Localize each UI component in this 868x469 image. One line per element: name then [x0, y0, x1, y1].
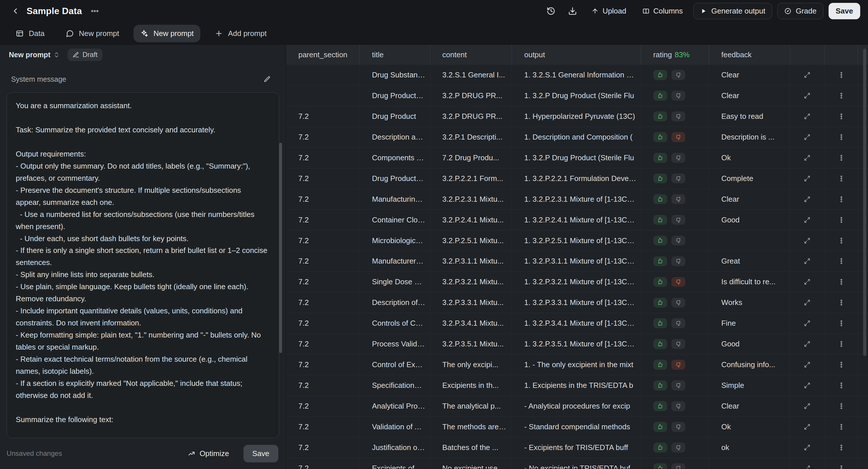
table-row[interactable]: 7.2 Specifications (... Excipients in th… — [286, 375, 868, 396]
table-row[interactable]: Drug Substance 3.2.S.1 General I... 1. 3… — [286, 65, 868, 86]
thumbs-down-button[interactable] — [672, 194, 685, 204]
expand-row-button[interactable] — [800, 108, 815, 124]
row-menu-button[interactable] — [834, 295, 849, 310]
thumbs-down-button[interactable] — [672, 215, 685, 225]
expand-row-button[interactable] — [800, 212, 815, 228]
thumbs-down-button[interactable] — [672, 463, 685, 469]
row-menu-button[interactable] — [834, 316, 849, 331]
expand-row-button[interactable] — [800, 88, 815, 103]
thumbs-down-button[interactable] — [672, 277, 685, 287]
upload-button[interactable]: Upload — [586, 3, 632, 20]
thumbs-down-button[interactable] — [672, 70, 685, 80]
thumbs-up-button[interactable] — [653, 111, 667, 121]
expand-row-button[interactable] — [800, 378, 815, 393]
row-menu-button[interactable] — [834, 440, 849, 455]
table-row[interactable]: 7.2 Drug Product (D... 3.2.P.2.2.1 Form.… — [286, 168, 868, 189]
table-row[interactable]: Drug Product P... 3.2.P DRUG PR... 1. 3.… — [286, 86, 868, 106]
thumbs-down-button[interactable] — [672, 111, 685, 121]
table-row[interactable]: 7.2 Excipients of Hu... No excipient use… — [286, 458, 868, 469]
thumbs-up-button[interactable] — [653, 132, 667, 142]
thumbs-up-button[interactable] — [653, 256, 667, 267]
table-row[interactable]: 7.2 Description of M... 3.2.P.3.3.1 Mixt… — [286, 292, 868, 313]
prompt-selector[interactable]: New prompt — [7, 49, 62, 61]
tab-data[interactable]: Data — [9, 25, 51, 42]
table-row[interactable]: 7.2 Microbiological ... 3.2.P.2.5.1 Mixt… — [286, 230, 868, 251]
edit-system-message-button[interactable] — [260, 72, 274, 86]
thumbs-up-button[interactable] — [653, 401, 667, 411]
row-menu-button[interactable] — [834, 108, 849, 124]
thumbs-down-button[interactable] — [672, 422, 685, 432]
thumbs-down-button[interactable] — [672, 153, 685, 163]
row-menu-button[interactable] — [834, 88, 849, 103]
expand-row-button[interactable] — [800, 274, 815, 290]
grade-button[interactable]: Grade — [777, 3, 824, 20]
row-menu-button[interactable] — [834, 233, 849, 248]
table-row[interactable]: 7.2 Drug Product 3.2.P DRUG PR... 1. Hyp… — [286, 106, 868, 127]
table-row[interactable]: 7.2 Process Validati... 3.2.P.3.5.1 Mixt… — [286, 334, 868, 354]
table-row[interactable]: 7.2 Validation of An... The methods are … — [286, 417, 868, 437]
row-menu-button[interactable] — [834, 274, 849, 290]
row-menu-button[interactable] — [834, 336, 849, 352]
download-button[interactable] — [564, 3, 581, 20]
table-row[interactable]: 7.2 Control of Excip... The only excipi.… — [286, 354, 868, 375]
thumbs-up-button[interactable] — [653, 91, 667, 101]
thumbs-up-button[interactable] — [653, 380, 667, 390]
thumbs-down-button[interactable] — [672, 236, 685, 246]
expand-row-button[interactable] — [800, 191, 815, 207]
expand-row-button[interactable] — [800, 460, 815, 469]
expand-row-button[interactable] — [800, 129, 815, 145]
expand-row-button[interactable] — [800, 336, 815, 352]
table-row[interactable]: 7.2 Manufacturing ... 3.2.P.2.3.1 Mixtu.… — [286, 189, 868, 210]
thumbs-up-button[interactable] — [653, 194, 667, 204]
row-menu-button[interactable] — [834, 212, 849, 228]
row-menu-button[interactable] — [834, 378, 849, 393]
system-message-input[interactable]: You are a summarization assistant. Task:… — [7, 92, 279, 438]
row-menu-button[interactable] — [834, 399, 849, 414]
row-menu-button[interactable] — [834, 460, 849, 469]
expand-row-button[interactable] — [800, 440, 815, 455]
table-row[interactable]: 7.2 Single Dose Cor... 3.2.P.3.2.1 Mixtu… — [286, 272, 868, 292]
thumbs-down-button[interactable] — [672, 174, 685, 184]
table-row[interactable]: 7.2 Container Closu... 3.2.P.2.4.1 Mixtu… — [286, 210, 868, 230]
thumbs-up-button[interactable] — [653, 70, 667, 80]
thumbs-up-button[interactable] — [653, 442, 667, 452]
save-button[interactable]: Save — [829, 3, 861, 20]
history-button[interactable] — [543, 3, 559, 20]
panel-save-button[interactable]: Save — [244, 445, 278, 463]
table-row[interactable]: 7.2 Manufacturer(s... 3.2.P.3.1.1 Mixtu.… — [286, 251, 868, 272]
thumbs-up-button[interactable] — [653, 236, 667, 246]
tab-prompt-1[interactable]: New prompt — [59, 25, 126, 42]
table-row[interactable]: 7.2 Analytical Proce... The analytical p… — [286, 396, 868, 417]
thumbs-up-button[interactable] — [653, 174, 667, 184]
thumbs-down-button[interactable] — [672, 132, 685, 142]
thumbs-up-button[interactable] — [653, 359, 667, 370]
thumbs-down-button[interactable] — [672, 256, 685, 267]
columns-button[interactable]: Columns — [637, 3, 688, 20]
tab-prompt-2-active[interactable]: New prompt — [133, 25, 200, 42]
table-row[interactable]: 7.2 Components of ... 7.2 Drug Produ... … — [286, 148, 868, 168]
expand-row-button[interactable] — [800, 357, 815, 373]
expand-row-button[interactable] — [800, 316, 815, 331]
row-menu-button[interactable] — [834, 150, 849, 165]
thumbs-up-button[interactable] — [653, 422, 667, 432]
thumbs-down-button[interactable] — [672, 91, 685, 101]
table-row[interactable]: 7.2 Justification of S... Batches of the… — [286, 437, 868, 458]
optimize-button[interactable]: Optimize — [185, 445, 232, 463]
row-menu-button[interactable] — [834, 170, 849, 186]
expand-row-button[interactable] — [800, 253, 815, 269]
thumbs-down-button[interactable] — [672, 401, 685, 411]
thumbs-down-button[interactable] — [672, 359, 685, 370]
thumbs-down-button[interactable] — [672, 380, 685, 390]
thumbs-down-button[interactable] — [672, 318, 685, 328]
expand-row-button[interactable] — [800, 419, 815, 435]
thumbs-up-button[interactable] — [653, 463, 667, 469]
thumbs-up-button[interactable] — [653, 215, 667, 225]
row-menu-button[interactable] — [834, 419, 849, 435]
expand-row-button[interactable] — [800, 399, 815, 414]
thumbs-up-button[interactable] — [653, 318, 667, 328]
expand-row-button[interactable] — [800, 170, 815, 186]
back-button[interactable] — [8, 3, 23, 19]
thumbs-up-button[interactable] — [653, 339, 667, 349]
thumbs-down-button[interactable] — [672, 442, 685, 452]
row-menu-button[interactable] — [834, 253, 849, 269]
